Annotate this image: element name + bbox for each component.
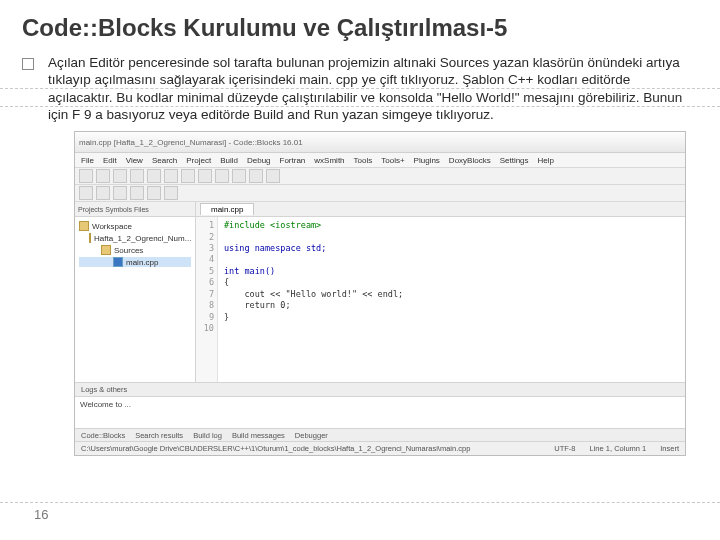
toolbar-button[interactable]: [130, 186, 144, 200]
tree-workspace[interactable]: Workspace: [79, 221, 191, 231]
toolbar-button[interactable]: [96, 186, 110, 200]
status-bar: C:\Users\murat\Google Drive\CBU\DERSLER\…: [75, 441, 685, 455]
code-area[interactable]: #include <iostream> using namespace std;…: [218, 217, 685, 382]
menu-item[interactable]: Edit: [103, 156, 117, 165]
folder-icon: [79, 221, 89, 231]
menu-item[interactable]: DoxyBlocks: [449, 156, 491, 165]
toolbar-button[interactable]: [215, 169, 229, 183]
bottom-tab[interactable]: Build messages: [232, 431, 285, 440]
menu-item[interactable]: Plugins: [414, 156, 440, 165]
toolbar-button[interactable]: [266, 169, 280, 183]
line-gutter: 1 2 3 4 5 6 7 8 9 10: [196, 217, 218, 382]
menu-item[interactable]: Tools: [354, 156, 373, 165]
toolbar-button[interactable]: [79, 169, 93, 183]
toolbar-button[interactable]: [249, 169, 263, 183]
status-mode: Insert: [660, 444, 679, 453]
editor-tabs: main.cpp: [196, 202, 685, 217]
menu-item[interactable]: Fortran: [280, 156, 306, 165]
menu-item[interactable]: Debug: [247, 156, 271, 165]
menu-item[interactable]: Settings: [500, 156, 529, 165]
menu-item[interactable]: Project: [186, 156, 211, 165]
logs-header[interactable]: Logs & others: [75, 383, 685, 397]
editor-pane: main.cpp 1 2 3 4 5 6 7 8 9 10: [196, 202, 685, 382]
bullet-icon: [22, 58, 34, 70]
window-titlebar: main.cpp [Hafta_1_2_Ogrenci_Numarasi] - …: [75, 132, 685, 153]
toolbar-button[interactable]: [130, 169, 144, 183]
menubar: File Edit View Search Project Build Debu…: [75, 153, 685, 168]
toolbar-button[interactable]: [147, 169, 161, 183]
toolbar-button[interactable]: [113, 186, 127, 200]
toolbar-button[interactable]: [79, 186, 93, 200]
menu-item[interactable]: File: [81, 156, 94, 165]
project-tree: Workspace Hafta_1_2_Ogrenci_Num... Sourc…: [75, 217, 195, 273]
toolbar-button[interactable]: [164, 186, 178, 200]
menu-item[interactable]: View: [126, 156, 143, 165]
bottom-tab[interactable]: Build log: [193, 431, 222, 440]
window-title: main.cpp [Hafta_1_2_Ogrenci_Numarasi] - …: [79, 138, 303, 147]
toolbar-button[interactable]: [96, 169, 110, 183]
bottom-tab[interactable]: Search results: [135, 431, 183, 440]
page-number: 16: [34, 507, 48, 522]
status-path: C:\Users\murat\Google Drive\CBU\DERSLER\…: [81, 444, 470, 453]
menu-item[interactable]: Help: [538, 156, 554, 165]
toolbar-row-2: [75, 185, 685, 202]
side-panel: Projects Symbols Files Workspace Hafta_1…: [75, 202, 196, 382]
tree-project[interactable]: Hafta_1_2_Ogrenci_Num...: [79, 233, 191, 243]
bottom-tab[interactable]: Code::Blocks: [81, 431, 125, 440]
toolbar-button[interactable]: [164, 169, 178, 183]
bottom-panel: Logs & others Welcome to ... Code::Block…: [75, 382, 685, 441]
folder-icon: [89, 233, 91, 243]
tree-sources[interactable]: Sources: [79, 245, 191, 255]
logs-body: Welcome to ...: [75, 397, 685, 428]
status-encoding: UTF-8: [554, 444, 575, 453]
toolbar: [75, 168, 685, 185]
toolbar-button[interactable]: [181, 169, 195, 183]
tree-main-cpp[interactable]: main.cpp: [79, 257, 191, 267]
menu-item[interactable]: Search: [152, 156, 177, 165]
editor-tab-main[interactable]: main.cpp: [200, 203, 254, 215]
toolbar-button[interactable]: [113, 169, 127, 183]
toolbar-button[interactable]: [147, 186, 161, 200]
menu-item[interactable]: Tools+: [381, 156, 404, 165]
ide-screenshot: main.cpp [Hafta_1_2_Ogrenci_Numarasi] - …: [74, 131, 686, 456]
toolbar-button[interactable]: [232, 169, 246, 183]
slide-title: Code::Blocks Kurulumu ve Çalıştırılması-…: [22, 14, 698, 42]
status-cursor: Line 1, Column 1: [590, 444, 647, 453]
menu-item[interactable]: wxSmith: [314, 156, 344, 165]
file-icon: [113, 257, 123, 267]
bottom-tab[interactable]: Debugger: [295, 431, 328, 440]
side-tabs[interactable]: Projects Symbols Files: [75, 202, 195, 217]
toolbar-button[interactable]: [198, 169, 212, 183]
folder-icon: [101, 245, 111, 255]
bottom-tabs: Code::Blocks Search results Build log Bu…: [75, 428, 685, 441]
menu-item[interactable]: Build: [220, 156, 238, 165]
